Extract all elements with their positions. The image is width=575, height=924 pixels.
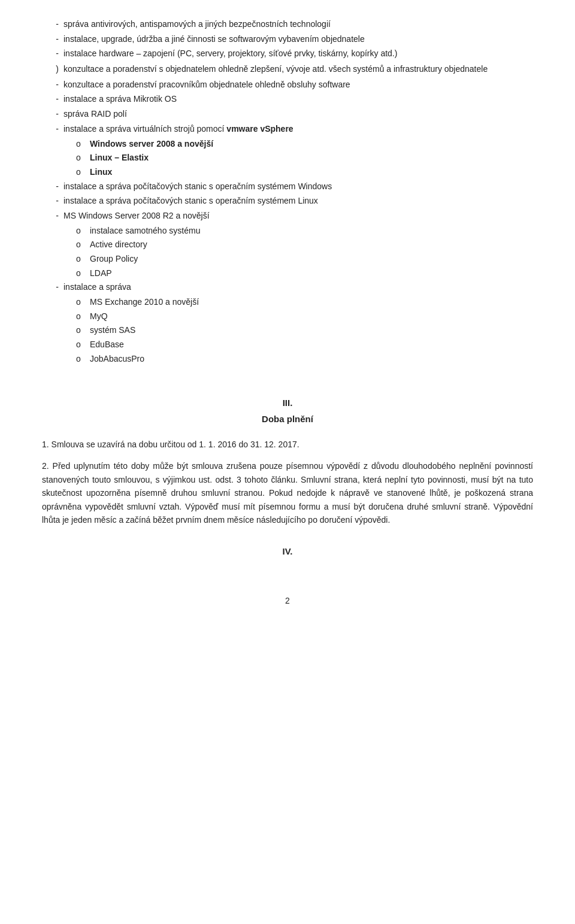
paragraph-2-number: 2. [42, 461, 53, 471]
list-item: - instalace hardware – zapojení (PC, ser… [42, 47, 533, 60]
item-text: instalace, upgrade, údržba a jiné činnos… [63, 33, 533, 46]
sub-bullet: o [72, 253, 85, 266]
sub-list-item: o instalace samotného systému [42, 225, 533, 238]
sub-list-item: o Windows server 2008 a novější [42, 138, 533, 151]
sub-item-text: JobAbacusPro [90, 353, 533, 366]
sub-item-text: Windows server 2008 a novější [90, 138, 533, 151]
sub-list-item: o LDAP [42, 267, 533, 280]
content: - správa antivirových, antispamových a j… [42, 18, 533, 607]
sub-bullet: o [72, 324, 85, 337]
sub-bullet: o [72, 296, 85, 309]
sub-item-text: Linux – Elastix [90, 152, 533, 165]
item-text: správa antivirových, antispamových a jin… [63, 18, 533, 31]
sub-list-item: o MS Exchange 2010 a novější [42, 296, 533, 309]
sub-list-item: o Linux [42, 166, 533, 179]
page-number: 2 [42, 595, 533, 608]
dash: - [42, 210, 59, 223]
continuation-item: ) konzultace a poradenství s objednatele… [42, 63, 533, 76]
item-text: instalace hardware – zapojení (PC, serve… [63, 47, 533, 60]
list-item: - správa antivirových, antispamových a j… [42, 18, 533, 31]
sub-item-text: Active directory [90, 238, 533, 252]
sub-item-text: LDAP [90, 267, 533, 280]
item-text: instalace a správa počítačových stanic s… [63, 180, 533, 193]
sub-list-item: o MyQ [42, 310, 533, 323]
item-text: konzultace a poradenství s objednatelem … [63, 63, 533, 76]
main-list: - konzultace a poradenství pracovníkům o… [42, 78, 533, 366]
sub-list-item: o Active directory [42, 238, 533, 252]
dash: - [42, 195, 59, 208]
list-item: - instalace, upgrade, údržba a jiné činn… [42, 33, 533, 46]
list-item: - správa RAID polí [42, 108, 533, 121]
sub-bullet: o [72, 166, 85, 179]
sub-bullet: o [72, 225, 85, 238]
sub-item-text: EduBase [90, 338, 533, 352]
sub-item-text: systém SAS [90, 324, 533, 337]
sub-bullet: o [72, 238, 85, 252]
list-item: - instalace a správa počítačových stanic… [42, 180, 533, 193]
item-text: instalace a správa Mikrotik OS [63, 93, 533, 106]
sub-list: o Windows server 2008 a novější o Linux … [42, 138, 533, 179]
dash: - [42, 180, 59, 193]
paragraph-2: 2. Před uplynutím této doby může být sml… [42, 459, 533, 526]
sub-list-item: o EduBase [42, 338, 533, 352]
paragraph-1-text: Smlouva se uzavírá na dobu určitou od 1.… [52, 440, 299, 449]
dash: - [42, 33, 59, 46]
dash: - [42, 123, 59, 136]
sub-bullet: o [72, 310, 85, 323]
item-text: MS Windows Server 2008 R2 a novější [63, 210, 533, 223]
sub-bullet: o [72, 138, 85, 151]
item-text: instalace a správa počítačových stanic s… [63, 195, 533, 208]
sub-bullet: o [72, 353, 85, 366]
list-item: - instalace a správa počítačových stanic… [42, 195, 533, 208]
section-iii-roman: III. [42, 396, 533, 410]
sub-item-text: Linux [90, 166, 533, 179]
list-item: - instalace a správa Mikrotik OS [42, 93, 533, 106]
sub-list-item: o JobAbacusPro [42, 353, 533, 366]
list-item: - instalace a správa [42, 281, 533, 294]
item-text: instalace a správa [63, 281, 533, 294]
sub-list-item: o systém SAS [42, 324, 533, 337]
paragraph-1-number: 1. [42, 440, 52, 449]
bold-text: vmware vSphere [226, 124, 293, 134]
dash: - [42, 281, 59, 294]
sub-list: o MS Exchange 2010 a novější o MyQ o sys… [42, 296, 533, 365]
opening-list: - správa antivirových, antispamových a j… [42, 18, 533, 60]
dash: - [42, 18, 59, 31]
sub-bullet: o [72, 152, 85, 165]
sub-item-text: instalace samotného systému [90, 225, 533, 238]
item-text: instalace a správa virtuálních strojů po… [63, 123, 533, 136]
dash: - [42, 47, 59, 60]
dash: - [42, 78, 59, 92]
sub-item-text: MS Exchange 2010 a novější [90, 296, 533, 309]
sub-bullet: o [72, 338, 85, 352]
sub-list: o instalace samotného systému o Active d… [42, 225, 533, 280]
item-text: konzultace a poradenství pracovníkům obj… [63, 78, 533, 92]
sub-item-text: Group Policy [90, 253, 533, 266]
list-item: - MS Windows Server 2008 R2 a novější [42, 210, 533, 223]
list-item: - konzultace a poradenství pracovníkům o… [42, 78, 533, 92]
list-item: - instalace a správa virtuálních strojů … [42, 123, 533, 136]
sub-item-text: MyQ [90, 310, 533, 323]
paragraph-2-text: Před uplynutím této doby může být smlouv… [42, 461, 533, 525]
sub-list-item: o Group Policy [42, 253, 533, 266]
dash: - [42, 93, 59, 106]
sub-list-item: o Linux – Elastix [42, 152, 533, 165]
page: - správa antivirových, antispamových a j… [0, 0, 575, 924]
section-iv-roman: IV. [42, 544, 533, 558]
sub-bullet: o [72, 267, 85, 280]
section-iii-title: Doba plnění [42, 412, 533, 426]
dash: ) [42, 63, 59, 76]
item-text: správa RAID polí [63, 108, 533, 121]
dash: - [42, 108, 59, 121]
paragraph-1: 1. Smlouva se uzavírá na dobu určitou od… [42, 438, 533, 451]
